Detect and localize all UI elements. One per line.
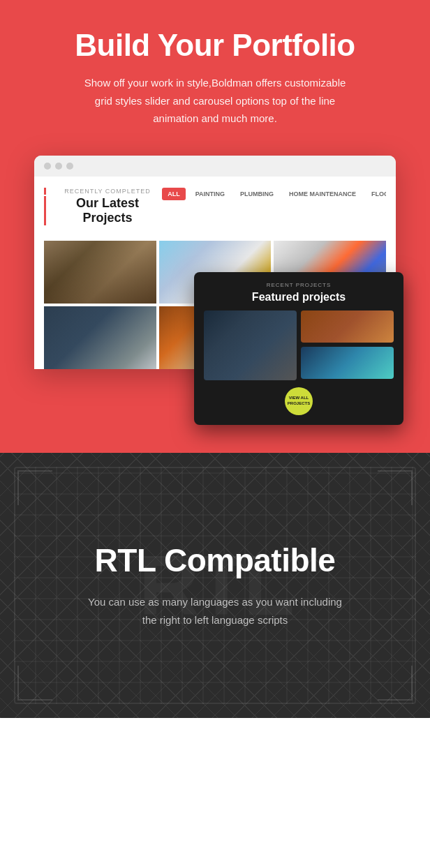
projects-title-group: RECENTLY COMPLETED Our Latest Projects [44,188,162,234]
filter-tabs: ALL PAINTING PLUMBING HOME MAINTENANCE F… [162,188,386,200]
projects-title: Our Latest Projects [44,196,162,225]
project-image-saw-worker [44,241,156,304]
browser-wrapper: RECENTLY COMPLETED Our Latest Projects A… [14,156,416,411]
filter-tab-all[interactable]: ALL [162,188,186,200]
page-subtitle: Show off your work in style,Boldman offe… [75,74,355,128]
browser-dot-yellow [55,163,62,170]
corner-decoration-tl [17,470,52,505]
filter-tab-floor[interactable]: FLOOR [366,188,386,200]
popup-title: Featured projects [204,291,394,304]
bottom-text-content: RTL Compatible You can use as many langu… [82,541,348,629]
bottom-section: RTL RTL Compatible You can use as many l… [0,453,430,718]
popup-brick-image [301,310,394,343]
page-title: Build Your Portfolio [14,28,416,63]
top-section: Build Your Portfolio Show off your work … [0,0,430,453]
view-all-button[interactable]: VIEW ALL PROJECTS [285,387,313,415]
filter-tab-painting[interactable]: PAINTING [190,188,230,200]
recently-label: RECENTLY COMPLETED [44,188,162,195]
filter-tab-home[interactable]: HOME MAINTENANCE [283,188,362,200]
browser-dot-red [44,163,51,170]
popup-main-image [204,310,297,380]
browser-bar [34,156,396,177]
featured-projects-popup: RECENT PROJECTS Featured projects VIEW A… [194,272,403,425]
popup-image-grid [204,310,394,380]
popup-side-images [301,310,394,380]
popup-recent-label: RECENT PROJECTS [204,282,394,288]
corner-decoration-tr [378,470,413,505]
browser-dot-green [66,163,73,170]
filter-tab-plumbing[interactable]: PLUMBING [235,188,279,200]
popup-pipe-image [301,347,394,379]
corner-decoration-br [378,666,413,701]
corner-decoration-bl [17,666,52,701]
rtl-title: RTL Compatible [82,541,348,579]
project-image-plumber [44,306,156,369]
rtl-subtitle: You can use as many languages as you wan… [82,593,348,629]
projects-header: RECENTLY COMPLETED Our Latest Projects A… [44,188,386,234]
